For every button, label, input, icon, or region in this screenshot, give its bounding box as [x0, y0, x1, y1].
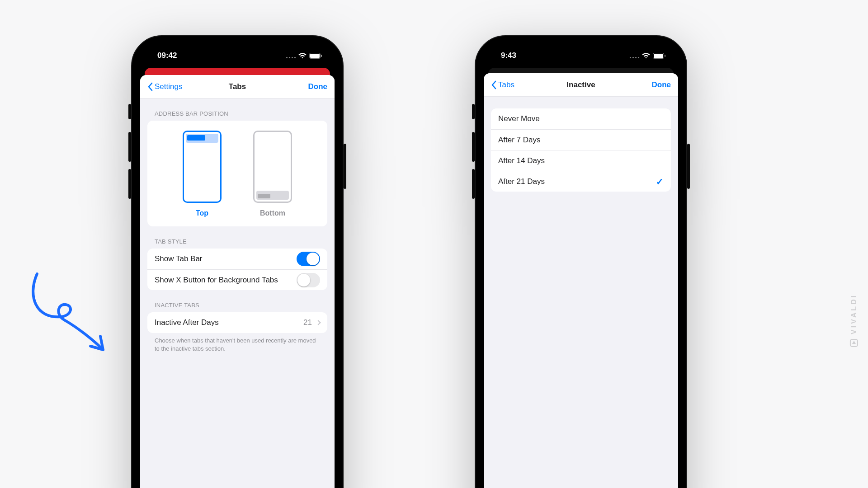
phone-screen: 09:42 Settings Tabs	[140, 43, 335, 488]
svg-rect-4	[654, 54, 663, 58]
option-never-move[interactable]: Never Move	[491, 108, 671, 129]
inactive-tabs-footer: Choose when tabs that haven't been used …	[140, 333, 335, 353]
nav-done-button[interactable]: Done	[652, 80, 671, 89]
nav-back-label: Settings	[155, 82, 182, 91]
battery-icon	[309, 53, 322, 59]
phone-tabs-settings: 09:42 Settings Tabs	[131, 35, 344, 488]
status-bar: 09:42	[140, 43, 335, 68]
vivaldi-watermark: VIVALDI	[850, 294, 858, 347]
nav-bar: Tabs Inactive Done	[484, 73, 678, 97]
settings-sheet: Tabs Inactive Done Never Move After 7 Da…	[484, 73, 678, 488]
nav-back-label: Tabs	[498, 80, 514, 89]
phone-body: 09:42 Settings Tabs	[131, 35, 344, 488]
wifi-icon	[642, 53, 650, 59]
chevron-left-icon	[147, 82, 153, 91]
settings-content: Never Move After 7 Days After 14 Days Af…	[484, 108, 678, 210]
address-bar-option-bottom-label: Bottom	[260, 209, 285, 217]
option-after-21-days[interactable]: After 21 Days ✓	[491, 171, 671, 192]
switch-show-x-button[interactable]	[297, 273, 320, 287]
checkmark-icon: ✓	[656, 176, 664, 187]
row-inactive-trail: 21	[303, 318, 320, 327]
status-bar: 9:43	[484, 43, 678, 68]
option-label: After 14 Days	[498, 156, 545, 165]
row-show-x-button[interactable]: Show X Button for Background Tabs	[147, 269, 327, 290]
cellular-icon	[286, 53, 296, 58]
section-header-inactive-tabs: INACTIVE TABS	[140, 290, 335, 312]
switch-show-tab-bar[interactable]	[297, 252, 320, 266]
row-inactive-after-days[interactable]: Inactive After Days 21	[147, 312, 327, 333]
nav-back-button[interactable]: Settings	[147, 82, 182, 91]
phone-body: 9:43 Tabs Inactive D	[475, 35, 687, 488]
svg-rect-1	[310, 54, 320, 58]
row-show-tab-bar[interactable]: Show Tab Bar	[147, 249, 327, 269]
option-label: Never Move	[498, 114, 540, 123]
tab-style-card: Show Tab Bar Show X Button for Backgroun…	[147, 249, 327, 290]
vivaldi-watermark-text: VIVALDI	[850, 294, 858, 334]
option-label: After 21 Days	[498, 177, 545, 186]
address-bar-option-top-label: Top	[196, 209, 208, 217]
address-bar-option-top[interactable]: Top	[183, 131, 222, 217]
nav-done-button[interactable]: Done	[308, 82, 328, 91]
nav-back-button[interactable]: Tabs	[491, 80, 514, 89]
address-bar-card: Top Bottom	[147, 121, 327, 226]
battery-icon	[653, 53, 665, 59]
status-time: 9:43	[501, 51, 516, 60]
address-bar-options: Top Bottom	[147, 121, 327, 226]
chevron-left-icon	[491, 80, 496, 89]
chevron-right-icon	[316, 320, 321, 325]
settings-content: ADDRESS BAR POSITION Top Bottom	[140, 99, 335, 371]
option-label: After 7 Days	[498, 136, 541, 145]
arrow-doodle	[23, 269, 122, 369]
phone-inactive-options: 9:43 Tabs Inactive D	[475, 35, 687, 488]
option-after-14-days[interactable]: After 14 Days	[491, 150, 671, 171]
row-inactive-label: Inactive After Days	[155, 318, 219, 327]
inactive-tabs-card: Inactive After Days 21	[147, 312, 327, 333]
row-inactive-value: 21	[303, 318, 312, 327]
settings-sheet: Settings Tabs Done ADDRESS BAR POSITION	[140, 75, 335, 488]
option-after-7-days[interactable]: After 7 Days	[491, 129, 671, 150]
status-time: 09:42	[157, 51, 177, 60]
section-header-tab-style: TAB STYLE	[140, 226, 335, 249]
phone-screen: 9:43 Tabs Inactive D	[484, 43, 678, 488]
svg-rect-5	[665, 55, 665, 57]
status-indicators	[286, 53, 322, 59]
row-show-tab-bar-label: Show Tab Bar	[155, 254, 203, 263]
wifi-icon	[298, 53, 307, 59]
row-show-x-button-label: Show X Button for Background Tabs	[155, 276, 278, 285]
sheet-background-red	[145, 68, 330, 75]
address-bar-mock-bottom	[253, 131, 292, 203]
inactive-options-card: Never Move After 7 Days After 14 Days Af…	[491, 108, 671, 192]
phone-power-button	[344, 144, 346, 189]
address-bar-mock-top	[183, 131, 222, 203]
svg-rect-2	[321, 55, 322, 57]
status-indicators	[630, 53, 665, 59]
vivaldi-logo-icon	[850, 339, 858, 347]
phone-power-button	[687, 144, 690, 189]
canvas: 09:42 Settings Tabs	[0, 0, 868, 488]
section-header-address-bar: ADDRESS BAR POSITION	[140, 99, 335, 121]
cellular-icon	[630, 53, 639, 58]
nav-bar: Settings Tabs Done	[140, 75, 335, 99]
address-bar-option-bottom[interactable]: Bottom	[253, 131, 292, 217]
